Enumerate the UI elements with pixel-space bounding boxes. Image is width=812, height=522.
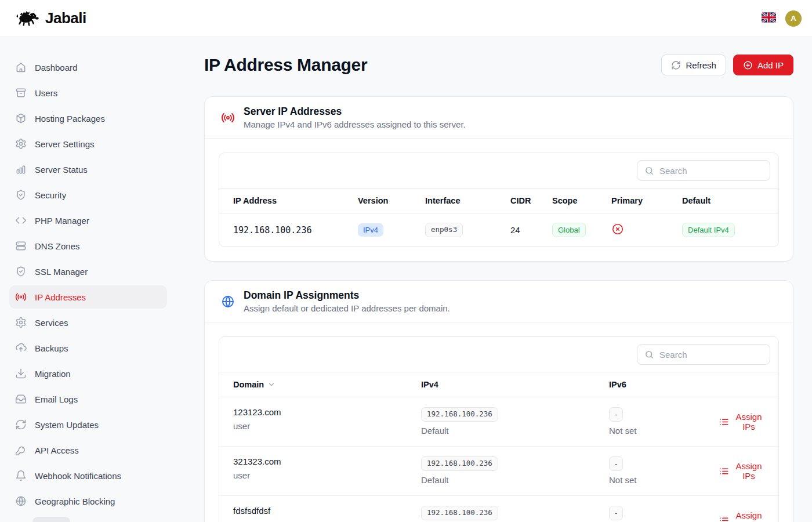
ip-row: 192.168.100.236 IPv4 enp0s3 24 Global De… [219,213,778,247]
plus-circle-icon [743,60,753,70]
inbox-icon [15,393,27,405]
card-description: Manage IPv4 and IPv6 addresses assigned … [244,119,466,129]
ipv6-badge: - [609,506,623,520]
user-avatar[interactable]: A [785,10,802,27]
server-ip-table: IP Address Version Interface CIDR Scope … [219,153,779,247]
sidebar-item-server-status[interactable]: Server Status [9,158,167,181]
sidebar-item-security[interactable]: Security [9,183,167,206]
refresh-label: Refresh [686,60,716,70]
sidebar-item-ssl-manager[interactable]: SSL Manager [9,260,167,283]
sidebar-item-server-settings[interactable]: Server Settings [9,132,167,155]
assign-ips-label: Assign IPs [733,510,764,522]
sidebar-item-geographic-blocking[interactable]: Geographic Blocking [9,490,167,513]
archive-icon [15,87,27,99]
list-icon [719,417,729,427]
language-flag-uk-icon[interactable] [762,12,776,24]
sidebar-item-label: Migration [35,369,71,379]
sidebar-item-hosting-packages[interactable]: Hosting Packages [9,107,167,130]
refresh-button[interactable]: Refresh [661,55,726,75]
assign-ips-label: Assign IPs [733,461,764,481]
sidebar-item-migration[interactable]: Migration [9,362,167,385]
sidebar-item-webhook-notifications[interactable]: Webhook Notifications [9,464,167,487]
col-ipv6: IPv6 [595,372,705,397]
sidebar-item-dns-zones[interactable]: DNS Zones [9,234,167,258]
sidebar-item-api-access[interactable]: API Access [9,438,167,462]
ipv4-badge: 192.168.100.236 [421,407,498,422]
card-description: Assign default or dedicated IP addresses… [244,303,450,313]
cloud-upload-icon [15,342,27,354]
domain-table: Domain IPv4 IPv6 123123.comuser192.168.1… [219,336,779,522]
sidebar-item-label: IP Addresses [35,292,86,302]
boar-logo-icon [15,8,39,28]
sidebar-item-label: Hosting Packages [35,114,105,124]
sidebar-item-label: API Access [35,445,79,455]
col-primary: Primary [606,188,676,213]
sidebar-item-email-logs[interactable]: Email Logs [9,387,167,411]
card-title: Domain IP Assignments [244,289,450,302]
chevron-down-icon [267,380,276,389]
main-content: IP Address Manager Refresh Add IP [176,37,812,522]
server-ip-card: Server IP Addresses Manage IPv4 and IPv6… [204,96,793,262]
col-domain-sort[interactable]: Domain [233,380,276,389]
col-ip-address: IP Address [219,188,352,213]
default-badge: Default IPv4 [682,223,735,237]
domain-name: 321323.com [233,456,407,466]
topbar: Jabali A [0,0,812,37]
domain-row: 321323.comuser192.168.100.236Default-Not… [219,447,778,496]
sidebar-item-php-manager[interactable]: PHP Manager [9,209,167,232]
refresh-icon [15,419,27,430]
assign-ips-button[interactable]: Assign IPs [719,461,764,481]
sidebar-item-label: Geographic Blocking [35,496,115,506]
package-icon [15,113,27,124]
page-header: IP Address Manager Refresh Add IP [204,55,793,75]
sidebar-item-system-updates[interactable]: System Updates [9,413,167,436]
scope-badge: Global [552,223,586,237]
topbar-actions: A [762,10,802,27]
sidebar-item-ip-addresses[interactable]: IP Addresses [9,285,167,309]
add-ip-button[interactable]: Add IP [733,55,793,75]
domain-owner: user [233,421,407,432]
ipv6-label: Not set [609,426,705,436]
list-icon [719,466,729,476]
sidebar-item-users[interactable]: Users [9,81,167,104]
sidebar-item-label: DNS Zones [35,241,80,251]
app-root: Jabali A DashboardUsersHosting [0,0,812,522]
server-ip-search-input[interactable] [659,166,763,176]
domain-owner: user [233,470,407,481]
ip-address-value: 192.168.100.236 [219,213,352,247]
ipv6-label: Not set [609,475,705,485]
page-actions: Refresh Add IP [661,55,793,75]
domain-row: fdsfsdfdsf192.168.100.236-Assign IPs [219,496,778,522]
domain-ip-card-header: Domain IP Assignments Assign default or … [205,281,793,322]
assign-ips-button[interactable]: Assign IPs [719,412,764,432]
shield-icon [15,266,27,277]
sidebar-item-label: SSL Manager [35,267,88,277]
sidebar-item-label: Services [35,318,68,328]
radio-icon [15,291,27,303]
assign-ips-button[interactable]: Assign IPs [719,510,764,522]
chart-icon [15,164,27,175]
brand[interactable]: Jabali [15,8,86,28]
ipv4-label: Default [421,475,595,485]
home-icon [15,61,27,73]
server-ip-search[interactable] [637,160,770,181]
sidebar-item-label: Server Settings [35,139,95,149]
list-icon [719,516,729,522]
refresh-icon [671,60,681,70]
radio-icon [221,111,235,125]
sidebar-item-label: Server Status [35,165,88,175]
col-interface: Interface [419,188,505,213]
primary-no-icon [611,223,624,235]
domain-name: 123123.com [233,407,407,417]
domain-search[interactable] [637,344,770,365]
domain-ip-card: Domain IP Assignments Assign default or … [204,280,793,522]
shield-icon [15,189,27,201]
sidebar-item-dashboard[interactable]: Dashboard [9,56,167,79]
sidebar-item-services[interactable]: Services [9,311,167,334]
sidebar-item-label: Dashboard [35,63,77,72]
col-scope: Scope [546,188,606,213]
sidebar-item-backups[interactable]: Backups [9,336,167,360]
domain-row: 123123.comuser192.168.100.236Default-Not… [219,397,778,447]
domain-search-input[interactable] [659,350,763,360]
add-ip-label: Add IP [757,60,784,70]
